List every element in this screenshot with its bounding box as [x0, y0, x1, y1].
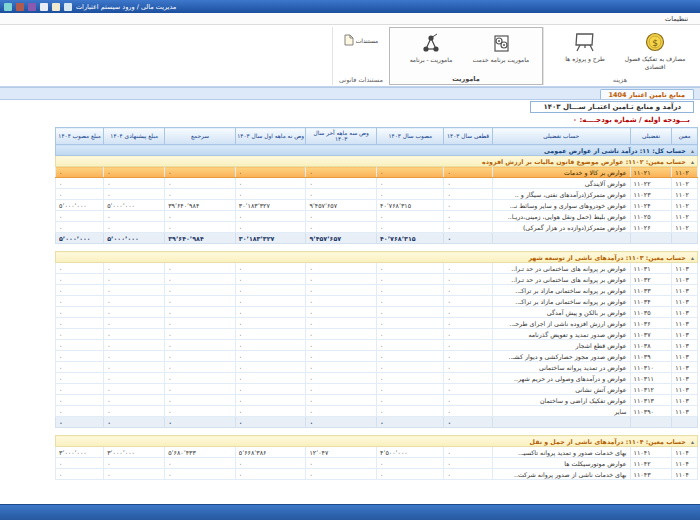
cell-amount: ۰: [306, 373, 377, 384]
report-icon[interactable]: [64, 3, 72, 11]
cell-amount: ۰: [165, 373, 236, 384]
cell-amount: ۰: [235, 307, 306, 318]
cell-amount: ۰: [444, 189, 492, 200]
cell-amount: ۰: [165, 285, 236, 296]
button-plans-projects[interactable]: طرح و پروژه ها: [550, 28, 620, 64]
cell-amount: ۰: [56, 318, 104, 329]
column-header[interactable]: وص نه ماهه اول سال ۱۴۰۳: [235, 128, 306, 145]
cell-amount: ۵٬۰۰۰٬۰۰۰: [104, 200, 165, 211]
save-icon[interactable]: [16, 3, 24, 11]
collapse-arrow-icon[interactable]: ▴: [691, 438, 694, 445]
button-expenses-by-economic-chapter[interactable]: $ مصارف به تفکیک فصول اقتصادی: [620, 28, 690, 71]
document-tab[interactable]: منابع تامین اعتبار 1404: [600, 89, 694, 99]
cell-amount: ۰: [104, 285, 165, 296]
undo-icon[interactable]: [28, 3, 36, 11]
cell-amount: ۴٬۵۰۰٬۰۰۰: [377, 447, 444, 458]
cell-empty: [630, 417, 672, 428]
cell-amount: ۰: [377, 329, 444, 340]
cell-tafzili: ۱۱۰۳۲: [630, 274, 672, 285]
table-row[interactable]: ۱۱۰۲۱۱۰۲۳عوارض متمرکز(درآمدهای نفتی، سیگ…: [56, 189, 698, 200]
mission-service-icon: [489, 30, 513, 56]
cell-amount: ۰: [104, 189, 165, 200]
table-row[interactable]: ۱۱۰۳۱۱۰۳۹۰سایر۰۰۰۰۰۰۰: [56, 406, 698, 417]
group-band-kol[interactable]: ▴ حساب کل: ۱۱: درآمد ناشی از عوارض عمومی: [56, 145, 698, 156]
column-header[interactable]: وص سه ماهه آخر سال ۱۴۰۳: [306, 128, 377, 145]
cell-tafzili: ۱۱۰۲۱: [630, 167, 672, 178]
cell-amount: ۰: [306, 274, 377, 285]
group-band-moein[interactable]: ▴ حساب معین: ۱۱۰۲: عوارض موضوع قانون مال…: [56, 156, 698, 167]
table-row[interactable]: ۱۱۰۳۱۱۰۳۵عوارض بر بالکن و پیش آمدگی۰۰۰۰۰…: [56, 307, 698, 318]
collapse-arrow-icon[interactable]: ▴: [691, 158, 694, 165]
cell-total-amount: ۰: [104, 417, 165, 428]
cell-amount: ۰: [56, 458, 104, 469]
group-band-moein[interactable]: ▴ حساب معین: ۱۱۰۴: درآمدهای ناشی از حمل …: [56, 436, 698, 447]
table-row[interactable]: ۱۱۰۳۱۱۰۳۶عوارض ارزش افزوده ناشی از اجرای…: [56, 318, 698, 329]
table-row[interactable]: ۱۱۰۳۱۱۰۳۸عوارض قطع اشجار۰۰۰۰۰۰۰: [56, 340, 698, 351]
column-header[interactable]: مبلغ پیشنهادی ۱۴۰۴: [104, 128, 165, 145]
cell-amount: ۰: [444, 384, 492, 395]
group-band-moein[interactable]: ▴ حساب معین: ۱۱۰۳: درآمدهای ناشی از توسع…: [56, 252, 698, 263]
table-row[interactable]: ۱۱۰۳۱۱۰۳۹عوارض صدور مجوز حصارکشی و دیوار…: [56, 351, 698, 362]
table-row[interactable]: ۱۱۰۲۱۱۰۲۱عوارض بر کالا و خدمات۰۰۰۰۰۰۰: [56, 167, 698, 178]
button-mission-program[interactable]: ماموریت - برنامه: [396, 29, 466, 65]
cell-amount: ۰: [377, 189, 444, 200]
cell-amount: ۰: [235, 395, 306, 406]
ribbon-group-mamooriat: ماموریت برنامه خدمت ماموریت - برنامه: [389, 27, 543, 85]
cell-amount: ۰: [377, 469, 444, 480]
table-row[interactable]: ۱۱۰۳۱۱۰۳۲عوارض بر پروانه های ساختمانی در…: [56, 274, 698, 285]
table-row[interactable]: ۱۱۰۲۱۱۰۲۴عوارض خودروهای سواری و سایر وسا…: [56, 200, 698, 211]
column-header[interactable]: مصوب سال ۱۴۰۳: [377, 128, 444, 145]
cell-account-name: عوارض بر پروانه ساختمانی مازاد بر تراکـ.…: [492, 285, 630, 296]
cell-amount: ۰: [104, 296, 165, 307]
cell-tafzili: ۱۱۰۴۱: [630, 447, 672, 458]
cell-amount: ۰: [306, 285, 377, 296]
cell-amount: ۰: [235, 263, 306, 274]
cell-amount: ۰: [306, 318, 377, 329]
cell-moein: ۱۱۰۴: [672, 469, 698, 480]
column-header[interactable]: مبلغ مصوب ۱۴۰۴: [56, 128, 104, 145]
collapse-arrow-icon[interactable]: ▴: [691, 254, 694, 261]
cell-amount: ۰: [104, 274, 165, 285]
cell-total-amount: ۴۰٬۷۶۸٬۳۱۵: [377, 233, 444, 244]
cell-amount: ۰: [56, 362, 104, 373]
button-mission-service-program[interactable]: ماموریت برنامه خدمت: [466, 29, 536, 65]
cell-tafzili: ۱۱۰۲۵: [630, 211, 672, 222]
table-row[interactable]: ۱۱۰۴۱۱۰۴۳بهای خدمات ناشی از صدور پروانه …: [56, 469, 698, 480]
column-header[interactable]: تفضیلی: [630, 128, 672, 145]
cell-amount: ۰: [104, 458, 165, 469]
column-header[interactable]: سرجمع: [165, 128, 236, 145]
cell-moein: ۱۱۰۳: [672, 351, 698, 362]
button-documents[interactable]: مستندات: [344, 34, 379, 47]
table-row[interactable]: ۱۱۰۴۱۱۰۴۱بهای خدمات صدور و تمدید پروانه …: [56, 447, 698, 458]
table-row[interactable]: ۱۱۰۲۱۱۰۲۲عوارض آلایندگی۰۰۰۰۰۰۰: [56, 178, 698, 189]
table-row[interactable]: ۱۱۰۳۱۱۰۳۱۱عوارض و درآمدهای وصولی در حریم…: [56, 373, 698, 384]
app-window: { "titlebar": { "title": "مدیریت مالی / …: [0, 0, 700, 520]
table-row[interactable]: ۱۱۰۳۱۱۰۳۴عوارض بر پروانه ساختمانی مازاد …: [56, 296, 698, 307]
collapse-arrow-icon[interactable]: ▴: [691, 147, 694, 154]
table-row[interactable]: ۱۱۰۲۱۱۰۲۶عوارض متمرکز(دوازده در هزار گمر…: [56, 222, 698, 233]
column-header[interactable]: معین: [672, 128, 698, 145]
print-icon[interactable]: [40, 3, 48, 11]
document-icon[interactable]: [52, 3, 60, 11]
cell-amount: ۰: [235, 178, 306, 189]
cell-account-name: عوارض بلیط (حمل ونقل هوایی، زمینی،دریـا.…: [492, 211, 630, 222]
cell-total-amount: ۰: [56, 417, 104, 428]
table-row[interactable]: ۱۱۰۳۱۱۰۳۷عوارض صدور تمدید و تعویض گذرنام…: [56, 329, 698, 340]
table-row[interactable]: ۱۱۰۳۱۱۰۳۱۳عوارض تفکیک اراضی و ساختمان۰۰۰…: [56, 395, 698, 406]
column-header[interactable]: قطعی سال ۱۴۰۳: [444, 128, 492, 145]
cell-amount: ۰: [377, 178, 444, 189]
table-row[interactable]: ۱۱۰۳۱۱۰۳۱۲عوارض آتش نشانی۰۰۰۰۰۰۰: [56, 384, 698, 395]
group-band-cell: ▴ حساب معین: ۱۱۰۳: درآمدهای ناشی از توسع…: [56, 252, 698, 263]
table-row[interactable]: ۱۱۰۲۱۱۰۲۵عوارض بلیط (حمل ونقل هوایی، زمی…: [56, 211, 698, 222]
cell-tafzili: ۱۱۰۳۶: [630, 318, 672, 329]
column-header[interactable]: حساب تفضیلی: [492, 128, 630, 145]
section-title[interactable]: درآمد و منابع تـامین اعتبـار ســـال ۱۴۰۳: [530, 101, 694, 113]
table-row[interactable]: ۱۱۰۳۱۱۰۳۳عوارض بر پروانه ساختمانی مازاد …: [56, 285, 698, 296]
cell-tafzili: ۱۱۰۳۱: [630, 263, 672, 274]
app-logo-icon: [4, 3, 12, 11]
table-row[interactable]: ۱۱۰۴۱۱۰۴۲عوارض موتورسیکلت ها۰۰۰۰۰۰۰: [56, 458, 698, 469]
cell-total-amount: ۳۹٬۶۴۰٬۹۸۴: [165, 233, 236, 244]
menu-item-settings[interactable]: تنظیمات: [661, 15, 692, 23]
table-row[interactable]: ۱۱۰۳۱۱۰۳۱۰عوارض در تمدید پروانه ساختمانی…: [56, 362, 698, 373]
table-row[interactable]: ۱۱۰۳۱۱۰۳۱عوارض بر پروانه های ساختمانی در…: [56, 263, 698, 274]
